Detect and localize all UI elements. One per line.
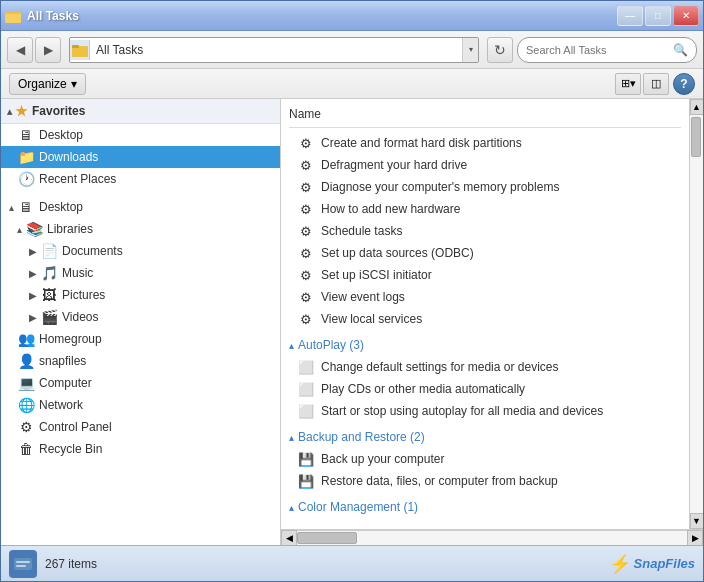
autoplay-items-list: ⬜ Change default settings for media or d… [289, 356, 681, 422]
sidebar-item-recycle-bin[interactable]: 🗑 Recycle Bin [1, 438, 280, 460]
sidebar-item-control-panel[interactable]: ⚙ Control Panel [1, 416, 280, 438]
sidebar-item-documents[interactable]: ▶ 📄 Documents [1, 240, 280, 262]
list-item[interactable]: ⚙ Set up data sources (ODBC) [289, 242, 681, 264]
status-bar: 267 items ⚡ SnapFiles [1, 545, 703, 581]
autoplay-section-header[interactable]: ▴ AutoPlay (3) [289, 338, 681, 352]
snapfiles-icon: 👤 [17, 352, 35, 370]
organize-button[interactable]: Organize ▾ [9, 73, 86, 95]
desktop-fav-label: Desktop [39, 128, 83, 142]
title-bar: All Tasks — □ ✕ [1, 1, 703, 31]
desktop-icon: 🖥 [17, 126, 35, 144]
computer-icon: 💻 [17, 374, 35, 392]
search-icon[interactable]: 🔍 [673, 43, 688, 57]
help-button[interactable]: ? [673, 73, 695, 95]
pictures-expand: ▶ [29, 290, 37, 301]
vertical-scrollbar[interactable]: ▲ ▼ [689, 99, 703, 529]
scroll-up-button[interactable]: ▲ [690, 99, 704, 115]
item-label: Change default settings for media or dev… [321, 360, 558, 374]
videos-expand: ▶ [29, 312, 37, 323]
pictures-label: Pictures [62, 288, 105, 302]
snapfiles-label: snapfiles [39, 354, 86, 368]
address-bar[interactable]: All Tasks ▾ [69, 37, 479, 63]
videos-icon: 🎬 [40, 308, 58, 326]
control-panel-label: Control Panel [39, 420, 112, 434]
hscroll-track [297, 530, 687, 546]
hscroll-right-button[interactable]: ▶ [687, 530, 703, 546]
list-item[interactable]: 💾 Back up your computer [289, 448, 681, 470]
list-item[interactable]: ⬜ Play CDs or other media automatically [289, 378, 681, 400]
favorites-section-header[interactable]: ▴ ★ Favorites [1, 99, 280, 124]
color-mgmt-arrow: ▴ [289, 502, 294, 513]
item-gear-icon: ⚙ [297, 266, 315, 284]
main-content-row: Name ⚙ Create and format hard disk parti… [281, 99, 703, 529]
sidebar-item-desktop-fav[interactable]: 🖥 Desktop [1, 124, 280, 146]
view-change-button[interactable]: ⊞▾ [615, 73, 641, 95]
organize-toolbar: Organize ▾ ⊞▾ ◫ ? [1, 69, 703, 99]
item-restore-icon: 💾 [297, 472, 315, 490]
content-area-wrapper: Name ⚙ Create and format hard disk parti… [281, 99, 703, 545]
item-label: View local services [321, 312, 422, 326]
sidebar-item-downloads[interactable]: 📁 Downloads [1, 146, 280, 168]
music-expand: ▶ [29, 268, 37, 279]
scrollbar-thumb[interactable] [691, 117, 701, 157]
network-icon: 🌐 [17, 396, 35, 414]
svg-rect-6 [16, 561, 30, 563]
item-label: Schedule tasks [321, 224, 402, 238]
item-label: How to add new hardware [321, 202, 460, 216]
list-item[interactable]: ⚙ View event logs [289, 286, 681, 308]
refresh-button[interactable]: ↻ [487, 37, 513, 63]
list-item[interactable]: ⚙ Create and format hard disk partitions [289, 132, 681, 154]
item-backup-icon: 💾 [297, 450, 315, 468]
hscroll-thumb[interactable] [297, 532, 357, 544]
backup-section-header[interactable]: ▴ Backup and Restore (2) [289, 430, 681, 444]
sidebar-item-network[interactable]: 🌐 Network [1, 394, 280, 416]
item-gear-icon: ⚙ [297, 200, 315, 218]
favorites-expand-arrow: ▴ [7, 106, 12, 117]
back-button[interactable]: ◀ [7, 37, 33, 63]
item-label: Back up your computer [321, 452, 444, 466]
desktop-root-icon: 🖥 [17, 198, 35, 216]
scroll-down-button[interactable]: ▼ [690, 513, 704, 529]
list-item[interactable]: 💾 Restore data, files, or computer from … [289, 470, 681, 492]
preview-pane-button[interactable]: ◫ [643, 73, 669, 95]
search-bar[interactable]: 🔍 [517, 37, 697, 63]
sidebar-item-desktop-root[interactable]: ▴ 🖥 Desktop [1, 196, 280, 218]
list-item[interactable]: ⚙ Defragment your hard drive [289, 154, 681, 176]
list-item[interactable]: ⚙ Diagnose your computer's memory proble… [289, 176, 681, 198]
svg-rect-1 [5, 14, 21, 23]
sidebar-item-snapfiles[interactable]: 👤 snapfiles [1, 350, 280, 372]
content-pane: Name ⚙ Create and format hard disk parti… [281, 99, 689, 529]
sidebar-item-videos[interactable]: ▶ 🎬 Videos [1, 306, 280, 328]
maximize-button[interactable]: □ [645, 6, 671, 26]
list-item[interactable]: ⚙ Set up iSCSI initiator [289, 264, 681, 286]
desktop-root-label: Desktop [39, 200, 83, 214]
list-item[interactable]: ⚙ View local services [289, 308, 681, 330]
color-mgmt-section-header[interactable]: ▴ Color Management (1) [289, 500, 681, 514]
sidebar-item-music[interactable]: ▶ 🎵 Music [1, 262, 280, 284]
status-icon [9, 550, 37, 578]
item-gear-icon: ⚙ [297, 244, 315, 262]
hscroll-left-button[interactable]: ◀ [281, 530, 297, 546]
sidebar-item-computer[interactable]: 💻 Computer [1, 372, 280, 394]
minimize-button[interactable]: — [617, 6, 643, 26]
downloads-icon: 📁 [17, 148, 35, 166]
status-count: 267 items [45, 557, 97, 571]
sidebar-item-pictures[interactable]: ▶ 🖼 Pictures [1, 284, 280, 306]
documents-icon: 📄 [40, 242, 58, 260]
autoplay-section-arrow: ▴ [289, 340, 294, 351]
close-button[interactable]: ✕ [673, 6, 699, 26]
address-dropdown-arrow[interactable]: ▾ [462, 38, 478, 62]
list-item[interactable]: ⚙ How to add new hardware [289, 198, 681, 220]
organize-label: Organize [18, 77, 67, 91]
music-icon: 🎵 [40, 264, 58, 282]
videos-label: Videos [62, 310, 98, 324]
list-item[interactable]: ⚙ Schedule tasks [289, 220, 681, 242]
forward-button[interactable]: ▶ [35, 37, 61, 63]
sidebar-item-recent-places[interactable]: 🕐 Recent Places [1, 168, 280, 190]
search-input[interactable] [526, 44, 669, 56]
list-item[interactable]: ⬜ Start or stop using autoplay for all m… [289, 400, 681, 422]
sidebar-item-homegroup[interactable]: 👥 Homegroup [1, 328, 280, 350]
list-item[interactable]: ⬜ Change default settings for media or d… [289, 356, 681, 378]
horizontal-scrollbar[interactable]: ◀ ▶ [281, 529, 703, 545]
sidebar-item-libraries[interactable]: ▴ 📚 Libraries [1, 218, 280, 240]
